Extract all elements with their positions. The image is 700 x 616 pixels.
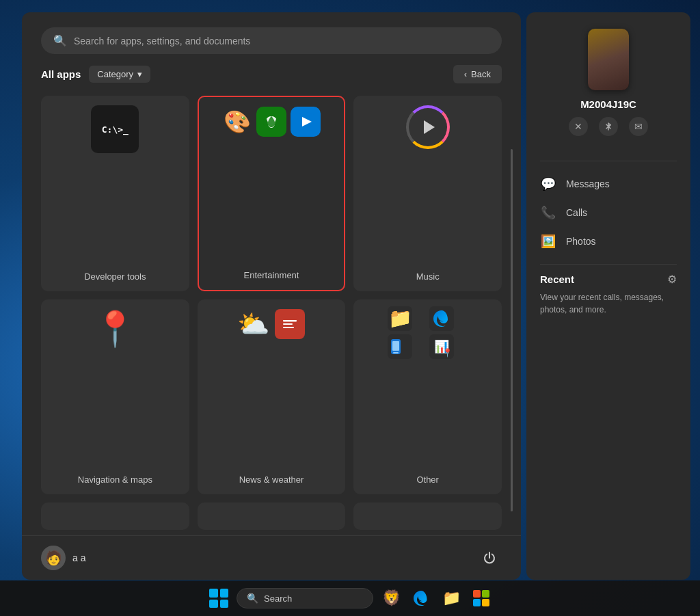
app-tile-news-weather[interactable]: ⛅ News & weather <box>198 299 346 495</box>
recent-settings-icon[interactable]: ⚙ <box>667 273 677 286</box>
navigation-icons: 📍 <box>41 309 189 349</box>
svg-rect-9 <box>392 341 399 351</box>
back-chevron-icon: ‹ <box>464 69 467 79</box>
app-grid: C:\>_ Developer tools 🎨 <box>22 96 521 494</box>
app-tile-other[interactable]: 📁 <box>353 299 502 495</box>
phone-panel: M2004J19C ✕ ✉ 💬 Messages 📞 Calls 🖼️ Phot… <box>526 12 690 580</box>
photos-icon: 🖼️ <box>540 234 556 249</box>
map-pin-icon: 📍 <box>94 309 136 349</box>
taskbar-search-bar[interactable]: 🔍 Search <box>237 588 373 608</box>
start-search-bar[interactable]: 🔍 Search for apps, settings, and documen… <box>41 27 502 54</box>
other-label: Other <box>416 474 439 485</box>
weather-icon: ⛅ <box>237 309 269 339</box>
windows-logo-icon <box>209 589 228 608</box>
chevron-down-icon: ▾ <box>137 69 142 79</box>
message-device-icon[interactable]: ✉ <box>629 117 648 136</box>
music-play-icon <box>424 120 435 134</box>
taskbar: 🔍 Search 🦁 📁 <box>0 580 700 616</box>
taskbar-explorer-icon[interactable]: 📁 <box>439 586 463 611</box>
terminal-icon: C:\>_ <box>91 105 139 153</box>
svg-rect-10 <box>393 352 399 353</box>
category-button[interactable]: Category ▾ <box>89 66 150 83</box>
taskbar-store-icon[interactable] <box>469 586 494 611</box>
user-name: a a <box>72 552 85 563</box>
apps-header-left: All apps Category ▾ <box>41 66 150 83</box>
news-icon <box>275 309 305 339</box>
all-apps-label: All apps <box>41 68 81 80</box>
messages-label: Messages <box>566 178 610 189</box>
user-info[interactable]: 🧑 a a <box>41 546 85 570</box>
music-icons <box>353 105 502 149</box>
power-button[interactable] <box>477 546 502 570</box>
other-icons: 📁 <box>374 306 481 359</box>
edge-icon <box>429 306 454 331</box>
svg-rect-5 <box>283 320 297 322</box>
search-icon: 🔍 <box>53 34 67 47</box>
partial-tile-3 <box>353 503 502 530</box>
phone-menu-messages[interactable]: 💬 Messages <box>540 170 677 198</box>
phone-menu-photos[interactable]: 🖼️ Photos <box>540 227 677 256</box>
partial-tile-2 <box>198 503 346 530</box>
app-tile-navigation[interactable]: 📍 Navigation & maps <box>41 299 189 495</box>
entertainment-label: Entertainment <box>244 270 299 280</box>
recent-label: Recent <box>540 273 574 285</box>
svg-rect-7 <box>283 327 294 328</box>
recent-description: View your recent calls, messages, photos… <box>540 291 677 316</box>
start-footer: 🧑 a a <box>22 535 521 580</box>
paint-icon: 🎨 <box>222 107 252 137</box>
device-name: M2004J19C <box>580 98 636 110</box>
user-avatar: 🧑 <box>41 546 66 570</box>
taskbar-search-text: Search <box>264 593 292 604</box>
phone-menu-calls[interactable]: 📞 Calls <box>540 198 677 227</box>
divider-1 <box>540 161 677 161</box>
messages-icon: 💬 <box>540 176 556 191</box>
calls-label: Calls <box>566 207 587 218</box>
back-button[interactable]: ‹ Back <box>453 65 502 83</box>
music-ring-icon <box>406 105 450 149</box>
search-placeholder-text: Search for apps, settings, and documents <box>74 36 250 46</box>
phone-link-icon <box>388 334 412 359</box>
photos-label: Photos <box>566 236 596 247</box>
taskbar-start-button[interactable] <box>206 586 231 611</box>
music-label: Music <box>416 271 440 282</box>
phone-screen <box>588 29 629 90</box>
taskbar-edge-icon[interactable] <box>409 586 433 611</box>
developer-tools-label: Developer tools <box>84 271 146 282</box>
entertainment-icons: 🎨 <box>199 107 345 137</box>
navigation-label: Navigation & maps <box>78 474 152 485</box>
svg-point-1 <box>267 117 275 126</box>
svg-rect-6 <box>283 323 293 325</box>
developer-tools-icons: C:\>_ <box>41 105 189 153</box>
recent-header: Recent ⚙ <box>540 273 677 286</box>
svg-rect-12 <box>473 590 481 598</box>
start-menu: 🔍 Search for apps, settings, and documen… <box>22 12 521 580</box>
svg-rect-13 <box>482 590 489 598</box>
divider-2 <box>540 264 677 265</box>
bluetooth-icon[interactable] <box>599 117 618 136</box>
partial-tiles-row <box>22 503 521 530</box>
app-tile-music[interactable]: Music <box>353 96 502 291</box>
phone-action-icons: ✕ ✉ <box>569 117 648 136</box>
category-label: Category <box>97 69 133 79</box>
back-label: Back <box>471 69 491 79</box>
app-tile-developer-tools[interactable]: C:\>_ Developer tools <box>41 96 189 291</box>
taskbar-search-icon: 🔍 <box>247 593 258 604</box>
svg-rect-15 <box>482 599 489 606</box>
phone-preview <box>588 29 629 90</box>
partial-tile-1 <box>41 503 189 530</box>
taskbar-lion-icon[interactable]: 🦁 <box>379 586 403 611</box>
calls-icon: 📞 <box>540 205 556 220</box>
folder-icon: 📁 <box>388 306 412 331</box>
scrollbar[interactable] <box>511 149 513 511</box>
svg-rect-14 <box>473 599 481 606</box>
news-weather-icons: ⛅ <box>198 309 346 339</box>
maps-alt-icon: 📊 📍 <box>429 334 454 359</box>
apps-header: All apps Category ▾ ‹ Back <box>22 65 521 83</box>
movies-icon <box>291 107 321 137</box>
news-weather-label: News & weather <box>239 474 304 485</box>
app-tile-entertainment[interactable]: 🎨 <box>198 96 346 291</box>
xbox-icon <box>256 107 286 137</box>
close-device-icon[interactable]: ✕ <box>569 117 588 136</box>
